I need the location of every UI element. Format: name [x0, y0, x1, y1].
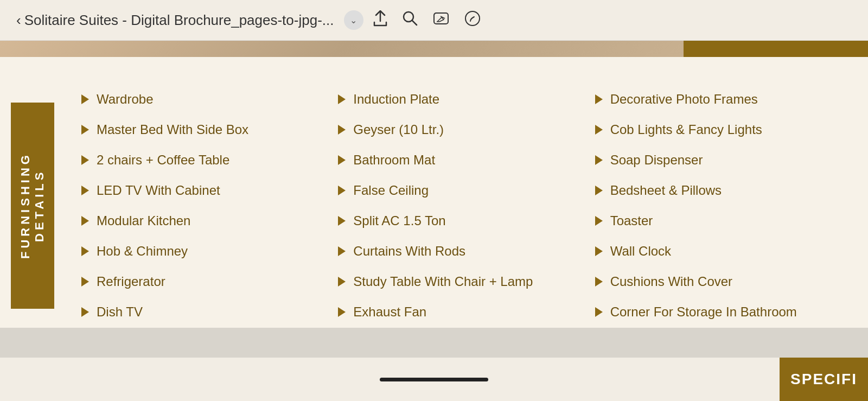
list-item: Toaster	[595, 206, 852, 236]
bottom-bar: SPECIFI	[0, 358, 868, 401]
bullet-icon	[81, 155, 89, 165]
list-item: Exhaust Fan	[338, 297, 595, 327]
tab-chevron-button[interactable]: ⌄	[344, 10, 363, 30]
edit-icon[interactable]	[433, 11, 449, 30]
bullet-icon	[338, 307, 346, 317]
image-strip-left	[0, 41, 684, 57]
list-item: Wall Clock	[595, 236, 852, 266]
item-label: Modular Kitchen	[97, 213, 190, 228]
main-content: FURNISHING DETAILS Wardrobe Master Bed W…	[0, 57, 868, 349]
bullet-icon	[338, 94, 346, 104]
annotate-icon[interactable]	[464, 10, 481, 30]
list-column-2: Induction Plate Geyser (10 Ltr.) Bathroo…	[338, 79, 595, 333]
item-label: Exhaust Fan	[353, 304, 426, 320]
browser-bar: ‹ Solitaire Suites - Digital Brochure_pa…	[0, 0, 868, 41]
list-item: Bathroom Mat	[338, 145, 595, 175]
item-label: LED TV With Cabinet	[97, 183, 220, 198]
item-label: Hob & Chimney	[97, 244, 188, 259]
bullet-icon	[338, 125, 346, 135]
bullet-icon	[338, 277, 346, 287]
furnishing-details-label: FURNISHING DETAILS	[11, 103, 54, 309]
list-item: Decorative Photo Frames	[595, 84, 852, 114]
item-label: Dish TV	[97, 304, 143, 320]
furnishing-lists: Wardrobe Master Bed With Side Box 2 chai…	[71, 79, 852, 333]
list-item: Hob & Chimney	[81, 236, 338, 266]
item-label: Curtains With Rods	[353, 244, 465, 259]
list-item: Master Bed With Side Box	[81, 114, 338, 145]
bullet-icon	[595, 125, 603, 135]
bullet-icon	[81, 186, 89, 195]
list-item: Refrigerator	[81, 266, 338, 297]
bullet-icon	[81, 216, 89, 226]
list-item: Soap Dispenser	[595, 145, 852, 175]
image-strip-right	[684, 41, 868, 57]
search-icon[interactable]	[403, 11, 418, 30]
specifi-label: SPECIFI	[790, 371, 857, 388]
bullet-icon	[595, 307, 603, 317]
specifi-badge: SPECIFI	[780, 358, 868, 401]
item-label: Geyser (10 Ltr.)	[353, 122, 444, 137]
list-column-1: Wardrobe Master Bed With Side Box 2 chai…	[81, 79, 338, 333]
item-label: False Ceiling	[353, 183, 429, 198]
bullet-icon	[81, 94, 89, 104]
bullet-icon	[338, 246, 346, 256]
bullet-icon	[595, 155, 603, 165]
page-title: Solitaire Suites - Digital Brochure_page…	[24, 12, 334, 29]
svg-line-1	[412, 21, 417, 25]
bullet-icon	[595, 186, 603, 195]
bullet-icon	[595, 94, 603, 104]
bullet-icon	[595, 277, 603, 287]
list-item: Cushions With Cover	[595, 266, 852, 297]
bullet-icon	[338, 186, 346, 195]
item-label: Induction Plate	[353, 92, 439, 107]
image-strip	[0, 41, 868, 57]
bullet-icon	[81, 125, 89, 135]
item-label: Bedsheet & Pillows	[610, 183, 722, 198]
item-label: Master Bed With Side Box	[97, 122, 248, 137]
item-label: 2 chairs + Coffee Table	[97, 152, 229, 168]
item-label: Corner For Storage In Bathroom	[610, 304, 797, 320]
list-item: Modular Kitchen	[81, 206, 338, 236]
list-column-3: Decorative Photo Frames Cob Lights & Fan…	[595, 79, 852, 333]
item-label: Soap Dispenser	[610, 152, 703, 168]
bullet-icon	[81, 246, 89, 256]
list-item: Corner For Storage In Bathroom	[595, 297, 852, 327]
bullet-icon	[81, 307, 89, 317]
vertical-label-container: FURNISHING DETAILS	[0, 79, 65, 333]
back-button[interactable]: ‹ Solitaire Suites - Digital Brochure_pa…	[16, 12, 334, 29]
item-label: Split AC 1.5 Ton	[353, 213, 445, 228]
share-icon[interactable]	[373, 10, 387, 30]
bullet-icon	[81, 277, 89, 287]
list-item: Wardrobe	[81, 84, 338, 114]
list-item: Dish TV	[81, 297, 338, 327]
bullet-icon	[338, 155, 346, 165]
item-label: Study Table With Chair + Lamp	[353, 274, 533, 289]
list-item: Study Table With Chair + Lamp	[338, 266, 595, 297]
item-label: Cushions With Cover	[610, 274, 732, 289]
list-item: False Ceiling	[338, 175, 595, 206]
home-indicator	[380, 378, 488, 381]
item-label: Wardrobe	[97, 92, 153, 107]
bullet-icon	[595, 246, 603, 256]
item-label: Bathroom Mat	[353, 152, 435, 168]
bottom-divider-strip	[0, 328, 868, 358]
browser-icons	[373, 10, 481, 30]
item-label: Decorative Photo Frames	[610, 92, 758, 107]
list-item: Curtains With Rods	[338, 236, 595, 266]
item-label: Cob Lights & Fancy Lights	[610, 122, 762, 137]
item-label: Wall Clock	[610, 244, 671, 259]
bullet-icon	[595, 216, 603, 226]
back-chevron: ‹	[16, 12, 21, 29]
item-label: Toaster	[610, 213, 653, 228]
list-item: Cob Lights & Fancy Lights	[595, 114, 852, 145]
list-item: Induction Plate	[338, 84, 595, 114]
item-label: Refrigerator	[97, 274, 165, 289]
list-item: Split AC 1.5 Ton	[338, 206, 595, 236]
bullet-icon	[338, 216, 346, 226]
list-item: Geyser (10 Ltr.)	[338, 114, 595, 145]
list-item: Bedsheet & Pillows	[595, 175, 852, 206]
list-item: 2 chairs + Coffee Table	[81, 145, 338, 175]
list-item: LED TV With Cabinet	[81, 175, 338, 206]
chevron-down-icon: ⌄	[350, 15, 357, 26]
